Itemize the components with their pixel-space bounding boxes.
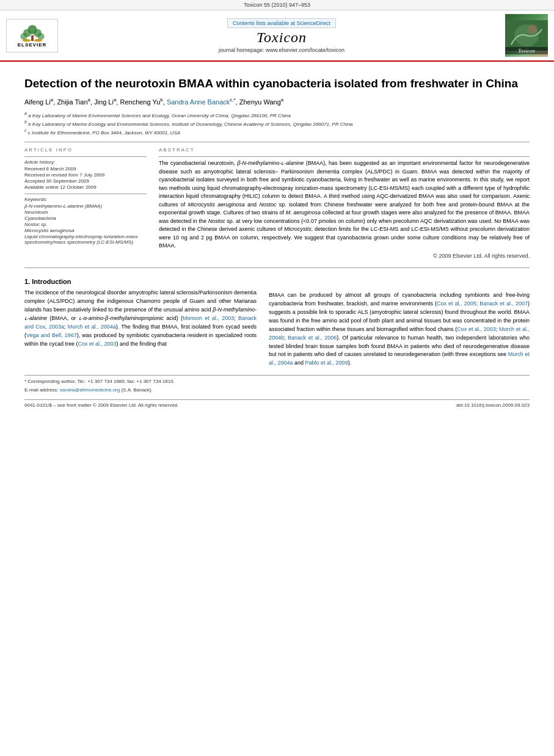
journal-header: ELSEVIER Contents lists available at Sci… (0, 10, 554, 62)
top-citation-bar: Toxicon 55 (2010) 947–953 (0, 0, 554, 10)
keywords-label: Keywords: (24, 197, 147, 202)
intro-label: Introduction (32, 278, 71, 285)
email-address: E-mail address: sandra@ethnomedicine.org… (24, 387, 530, 393)
bottom-bar: 0041-0101/$ – see front matter © 2009 El… (24, 399, 530, 408)
copyright-text: © 2009 Elsevier Ltd. All rights reserved… (159, 253, 530, 259)
introduction-section: 1. Introduction The incidence of the neu… (24, 278, 530, 368)
keyword-6: Liquid chromatography-electrospray ioniz… (24, 234, 147, 245)
svg-point-3 (20, 33, 27, 40)
intro-title: 1. Introduction (24, 278, 257, 285)
elsevier-logo: ELSEVIER (6, 19, 58, 53)
citation-text: Toxicon 55 (2010) 947–953 (244, 2, 310, 8)
toxicon-logo-label: Toxicon (505, 47, 548, 54)
svg-point-6 (23, 38, 31, 42)
elsevier-label: ELSEVIER (18, 42, 47, 48)
elsevier-tree-icon (17, 24, 48, 42)
accepted-date: Accepted 30 September 2009 (24, 178, 147, 184)
affiliations: a a Key Laboratory of Marine Environment… (24, 111, 530, 136)
svg-point-10 (528, 24, 538, 34)
affiliation-c: c c Institute for Ethnomedicine, PO Box … (24, 128, 530, 136)
svg-point-4 (37, 33, 44, 40)
toxicon-logo-box: Toxicon (505, 14, 548, 57)
svg-point-7 (34, 38, 42, 42)
keyword-4: Nostoc sp. (24, 222, 147, 227)
article-info-header: ARTICLE INFO (24, 147, 147, 153)
received-date: Received 6 March 2009 (24, 166, 147, 172)
intro-right-text: BMAA can be produced by almost all group… (269, 291, 530, 368)
doi-text: doi:10.1016/j.toxicon.2009.09.023 (456, 402, 530, 408)
abstract-col: ABSTRACT The cyanobacterial neurotoxin, … (159, 147, 530, 259)
keyword-5: Microcystis aeruginosa (24, 228, 147, 233)
affiliation-b: b b Key Laboratory of Marine Ecology and… (24, 119, 530, 128)
keyword-3: Cyanobacteria (24, 216, 147, 221)
header-divider (24, 142, 530, 142)
available-date: Available online 12 October 2009 (24, 184, 147, 190)
keyword-2: Neurotoxin (24, 209, 147, 215)
revised-date: Received in revised form 7 July 2009 (24, 172, 147, 178)
info-divider (24, 156, 147, 157)
intro-left-text: The incidence of the neurological disord… (24, 289, 257, 349)
svg-rect-5 (31, 35, 34, 40)
sciencedirect-text: Contents lists available at ScienceDirec… (233, 20, 330, 26)
affiliation-a: a a Key Laboratory of Marine Environment… (24, 111, 530, 119)
intro-left: 1. Introduction The incidence of the neu… (24, 278, 257, 368)
article-title: Detection of the neurotoxin BMAA within … (24, 76, 530, 92)
history-label: Article history: (24, 159, 147, 165)
section-divider (24, 267, 530, 268)
toxicon-cover-image (505, 20, 548, 51)
article-info-abstract: ARTICLE INFO Article history: Received 6… (24, 147, 530, 259)
article-info-col: ARTICLE INFO Article history: Received 6… (24, 147, 147, 259)
authors-line: Aifeng Lia, Zhijia Tiana, Jing Lia, Renc… (24, 96, 530, 107)
issn-text: 0041-0101/$ – see front matter © 2009 El… (24, 402, 178, 408)
sciencedirect-banner: Contents lists available at ScienceDirec… (227, 18, 336, 28)
journal-homepage: journal homepage: www.elsevier.com/locat… (58, 47, 505, 53)
abstract-header: ABSTRACT (159, 147, 530, 153)
intro-right: BMAA can be produced by almost all group… (269, 278, 530, 368)
journal-center: Contents lists available at ScienceDirec… (58, 18, 505, 53)
abstract-text: The cyanobacterial neurotoxin, β-N-methy… (159, 159, 530, 250)
journal-title: Toxicon (58, 29, 505, 46)
corresponding-author: * Corresponding author. Tel.: +1 307 734… (24, 378, 530, 385)
intro-num: 1. (24, 278, 30, 285)
keyword-1: β-N-methylamino-L-alanine (BMAA) (24, 203, 147, 209)
email-link[interactable]: sandra@ethnomedicine.org (60, 387, 120, 393)
main-content: Detection of the neurotoxin BMAA within … (0, 62, 554, 420)
abstract-divider (159, 156, 530, 157)
footnotes: * Corresponding author. Tel.: +1 307 734… (24, 375, 530, 393)
keywords-divider (24, 194, 147, 194)
